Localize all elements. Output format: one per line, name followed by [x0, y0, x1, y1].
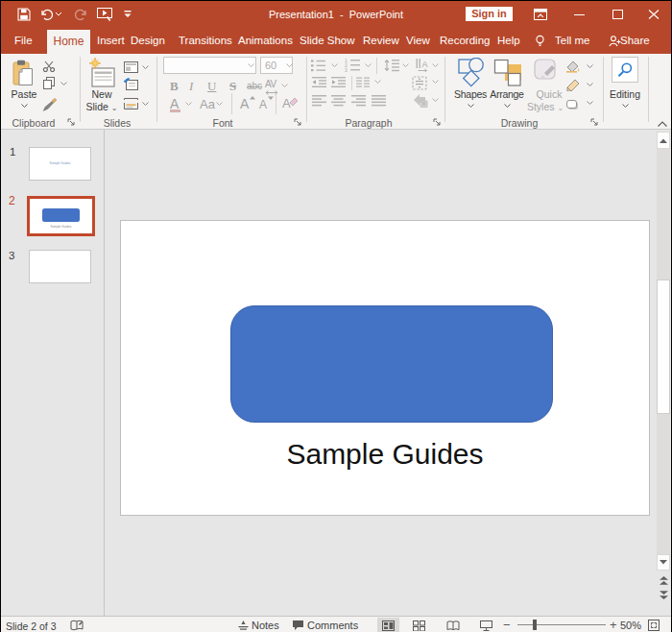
- svg-text:3: 3: [345, 67, 348, 72]
- svg-text:A: A: [422, 60, 428, 69]
